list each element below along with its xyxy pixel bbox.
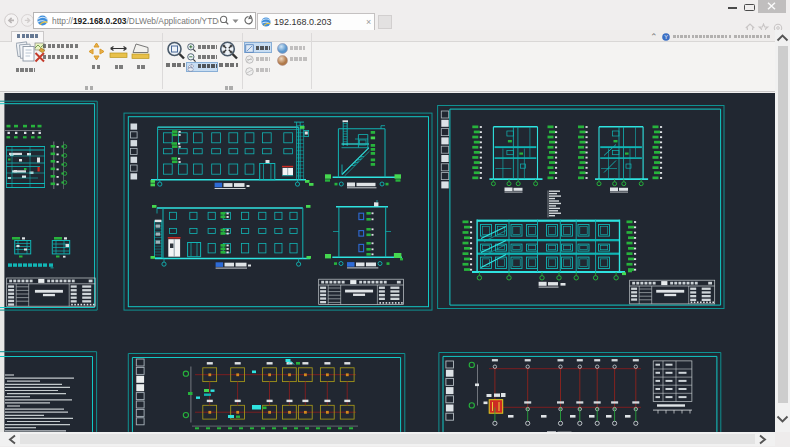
svg-text:Y: Y xyxy=(664,34,668,40)
